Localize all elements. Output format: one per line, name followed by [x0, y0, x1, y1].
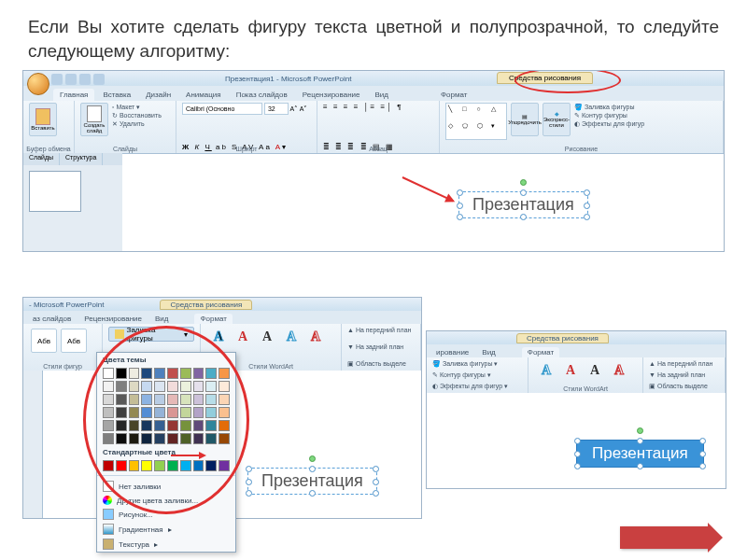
bring-front-button[interactable]: ▲ На передний план: [347, 327, 415, 333]
texture-fill-option[interactable]: Текстура ▸: [97, 537, 235, 552]
color-swatch[interactable]: [180, 407, 191, 418]
color-swatch[interactable]: [103, 394, 114, 405]
color-swatch[interactable]: [193, 407, 204, 418]
color-swatch[interactable]: [205, 433, 217, 444]
tab-review-partial[interactable]: ирование: [430, 347, 474, 357]
color-swatch[interactable]: [205, 368, 217, 379]
color-swatch[interactable]: [205, 460, 217, 471]
color-swatch[interactable]: [154, 420, 165, 431]
color-swatch[interactable]: [180, 381, 191, 392]
color-swatch[interactable]: [167, 381, 178, 392]
shape-fill-button[interactable]: 🪣 Заливка фигуры ▾: [432, 360, 522, 368]
color-swatch[interactable]: [154, 368, 165, 379]
panel-tab-slides[interactable]: Слайды: [23, 153, 60, 165]
color-swatch[interactable]: [193, 460, 204, 471]
shape-effects-button[interactable]: ◐ Эффекты для фигур ▾: [432, 383, 522, 390]
shape-effects-button[interactable]: ◐ Эффекты для фигур: [574, 120, 644, 128]
shape-style-preset[interactable]: Абв: [61, 329, 87, 353]
contextual-tab-drawing-tools[interactable]: Средства рисования: [160, 300, 252, 310]
tab-format[interactable]: Формат: [194, 314, 232, 324]
tab-format[interactable]: Формат: [434, 89, 473, 101]
color-swatch[interactable]: [141, 433, 152, 444]
color-swatch[interactable]: [129, 394, 140, 405]
color-swatch[interactable]: [180, 394, 191, 405]
color-swatch[interactable]: [103, 381, 114, 392]
color-swatch[interactable]: [141, 381, 152, 392]
color-swatch[interactable]: [116, 394, 127, 405]
tab-review[interactable]: Рецензирование: [296, 89, 367, 101]
color-swatch[interactable]: [167, 420, 178, 431]
color-swatch[interactable]: [129, 420, 140, 431]
color-swatch[interactable]: [103, 460, 114, 471]
color-swatch[interactable]: [167, 433, 178, 444]
color-swatch[interactable]: [116, 420, 127, 431]
color-swatch[interactable]: [154, 394, 165, 405]
picture-fill-option[interactable]: Рисунок...: [97, 507, 235, 522]
paste-button[interactable]: Вставить: [29, 103, 57, 136]
color-swatch[interactable]: [218, 460, 230, 471]
color-swatch[interactable]: [205, 420, 217, 431]
color-swatch[interactable]: [129, 433, 140, 444]
color-swatch[interactable]: [193, 368, 204, 379]
wordart-style[interactable]: A: [304, 327, 327, 347]
color-swatch[interactable]: [218, 394, 230, 405]
shape-outline-button[interactable]: ✎ Контур фигуры ▾: [432, 371, 522, 379]
color-swatch[interactable]: [167, 394, 178, 405]
quick-styles-button[interactable]: ◆Экспресс-стили: [543, 103, 571, 136]
color-swatch[interactable]: [129, 460, 140, 471]
color-swatch[interactable]: [103, 407, 114, 418]
arrange-button[interactable]: ▤Упорядочить: [511, 103, 539, 136]
color-swatch[interactable]: [180, 368, 191, 379]
bring-front-button[interactable]: ▲ На передний план: [649, 360, 719, 367]
shape-outline-button[interactable]: ✎ Контур фигуры: [574, 112, 644, 119]
color-swatch[interactable]: [180, 460, 191, 471]
shape-fill-dropdown[interactable]: Заливка фигуры ▾: [108, 327, 194, 342]
gradient-fill-option[interactable]: Градиентная ▸: [97, 522, 235, 537]
color-swatch[interactable]: [218, 407, 230, 418]
color-swatch[interactable]: [193, 420, 204, 431]
color-swatch[interactable]: [116, 407, 127, 418]
next-step-arrow[interactable]: [620, 526, 710, 549]
color-swatch[interactable]: [129, 381, 140, 392]
color-swatch[interactable]: [116, 433, 127, 444]
slide-thumbnail[interactable]: [29, 171, 81, 212]
slide-canvas[interactable]: Презентация: [122, 153, 724, 251]
color-swatch[interactable]: [193, 381, 204, 392]
tab-review[interactable]: Рецензирование: [78, 314, 148, 324]
reset-button[interactable]: ↻ Восстановить: [112, 112, 162, 119]
font-size-combo[interactable]: 32: [264, 103, 289, 115]
textbox-sample[interactable]: Презентация: [458, 191, 588, 218]
panel-tab-outline[interactable]: Структура: [60, 153, 103, 165]
send-back-button[interactable]: ▼ На задний план: [347, 343, 415, 350]
tab-format[interactable]: Формат: [522, 347, 559, 357]
send-back-button[interactable]: ▼ На задний план: [649, 371, 719, 378]
tab-view[interactable]: Вид: [476, 347, 500, 357]
color-swatch[interactable]: [218, 420, 230, 431]
color-swatch[interactable]: [141, 407, 152, 418]
wordart-style[interactable]: A: [535, 360, 557, 381]
color-swatch[interactable]: [205, 381, 217, 392]
color-swatch[interactable]: [116, 381, 127, 392]
delete-button[interactable]: ✕ Удалить: [112, 120, 162, 128]
color-swatch[interactable]: [103, 433, 114, 444]
color-swatch[interactable]: [180, 433, 191, 444]
tab-view[interactable]: Вид: [369, 89, 395, 101]
no-fill-option[interactable]: Нет заливки: [97, 479, 235, 494]
color-swatch[interactable]: [141, 460, 152, 471]
color-swatch[interactable]: [205, 407, 217, 418]
more-colors-option[interactable]: Другие цвета заливки...: [97, 494, 235, 507]
new-slide-button[interactable]: Создать слайд: [80, 103, 108, 136]
tab-design[interactable]: Дизайн: [139, 89, 177, 101]
color-swatch[interactable]: [180, 420, 191, 431]
shapes-gallery[interactable]: ╲□○△ ◇⬠⬡▾: [445, 103, 507, 140]
wordart-style[interactable]: A: [232, 327, 254, 347]
shape-style-preset[interactable]: Абв: [31, 329, 57, 353]
wordart-style[interactable]: A: [608, 360, 630, 381]
color-swatch[interactable]: [141, 394, 152, 405]
tab-insert[interactable]: Вставка: [96, 89, 137, 101]
shape-fill-button[interactable]: 🪣 Заливка фигуры: [574, 104, 644, 111]
color-swatch[interactable]: [141, 420, 152, 431]
textbox-sample[interactable]: Презентация: [247, 468, 377, 495]
wordart-style[interactable]: A: [207, 327, 230, 347]
layout-button[interactable]: ▫ Макет ▾: [112, 104, 162, 111]
